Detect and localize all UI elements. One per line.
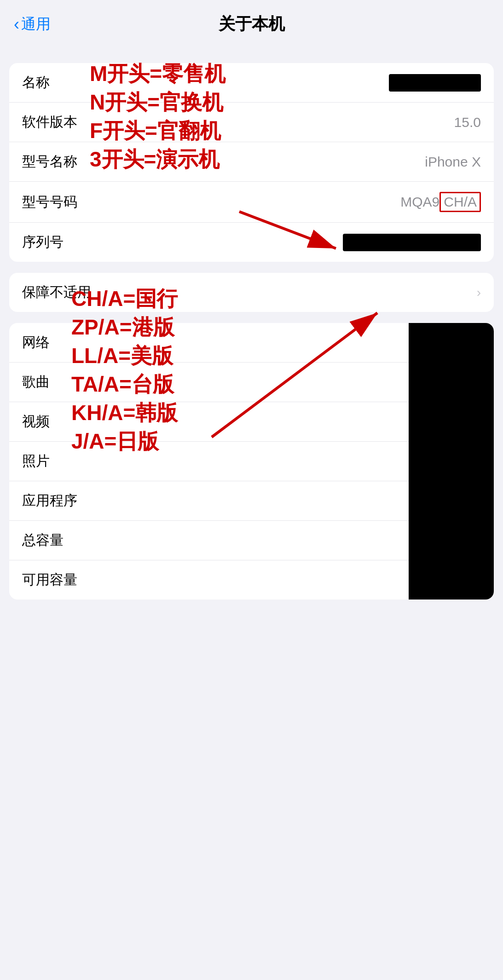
value-serial (343, 234, 481, 251)
row-serial: 序列号 (9, 223, 494, 262)
page-wrapper: ‹ 通用 关于本机 名称 软件版本 15.0 型号名称 iPhone X 型号号… (0, 0, 503, 600)
row-name: 名称 (9, 63, 494, 103)
label-photos: 照片 (22, 452, 50, 471)
row-software-version: 软件版本 15.0 (9, 103, 494, 142)
label-total-capacity: 总容量 (22, 531, 64, 550)
section-device-info: 名称 软件版本 15.0 型号名称 iPhone X 型号号码 MQA9 CH/… (9, 63, 494, 262)
label-apps: 应用程序 (22, 491, 77, 510)
page-title: 关于本机 (219, 13, 285, 35)
section-warranty: 保障不适用 › (9, 273, 494, 312)
value-model-number-container: MQA9 CH/A (400, 192, 481, 212)
model-number-prefix: MQA9 (400, 194, 439, 210)
label-videos: 视频 (22, 412, 50, 431)
label-network: 网络 (22, 333, 50, 352)
label-name: 名称 (22, 73, 50, 92)
chevron-left-icon: ‹ (14, 15, 19, 34)
nav-bar: ‹ 通用 关于本机 (0, 0, 503, 43)
chevron-right-icon: › (477, 285, 481, 300)
label-songs: 歌曲 (22, 373, 50, 392)
back-label: 通用 (21, 14, 51, 35)
model-number-suffix-highlighted: CH/A (439, 192, 481, 212)
row-model-number: 型号号码 MQA9 CH/A (9, 182, 494, 223)
section-storage: 网络 歌曲 视频 照片 应用程序 总容量 可用容量 (9, 323, 494, 600)
label-available-capacity: 可用容量 (22, 571, 77, 589)
value-name (389, 74, 481, 92)
value-model-name: iPhone X (425, 154, 481, 170)
label-serial: 序列号 (22, 233, 64, 252)
label-model-name: 型号名称 (22, 152, 77, 171)
label-warranty: 保障不适用 (22, 283, 91, 302)
row-model-name: 型号名称 iPhone X (9, 142, 494, 182)
redacted-overlay (409, 323, 494, 600)
value-software-version: 15.0 (454, 115, 481, 130)
label-model-number: 型号号码 (22, 193, 77, 212)
row-warranty[interactable]: 保障不适用 › (9, 273, 494, 312)
label-software-version: 软件版本 (22, 113, 77, 132)
back-button[interactable]: ‹ 通用 (14, 14, 51, 35)
